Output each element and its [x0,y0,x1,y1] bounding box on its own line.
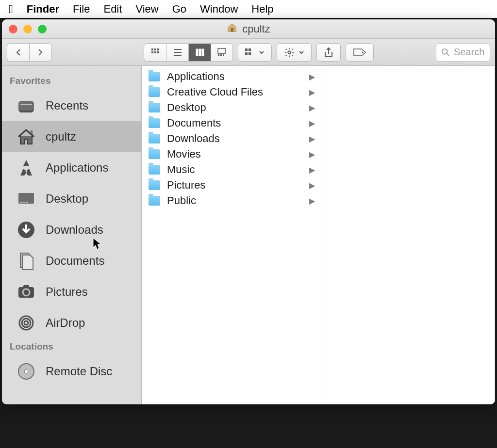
forward-button[interactable] [29,43,51,62]
sidebar-item-airdrop[interactable]: AirDrop [2,307,141,338]
search-field[interactable]: Search [436,43,490,62]
svg-point-35 [24,321,28,325]
sidebar-item-label: Recents [46,99,88,112]
svg-rect-14 [218,54,219,56]
folder-icon [149,103,160,112]
sidebar-item-home[interactable]: cpultz [2,121,141,152]
folder-label: Downloads [167,132,220,145]
folder-row-applications[interactable]: Applications▶ [142,69,322,84]
search-placeholder: Search [454,47,484,58]
svg-line-24 [447,53,449,56]
svg-rect-13 [218,48,226,53]
sidebar-header-locations: Locations [2,338,141,356]
svg-rect-34 [23,285,29,288]
folder-icon [149,149,160,159]
chevron-right-icon: ▶ [309,72,315,81]
home-icon [227,22,237,36]
folder-row-downloads[interactable]: Downloads▶ [142,131,322,146]
menu-view[interactable]: View [135,3,158,16]
share-icon [324,47,333,58]
view-columns-button[interactable] [188,43,211,62]
svg-rect-15 [220,54,222,56]
chevron-down-icon [259,49,265,55]
documents-icon [16,250,37,272]
sidebar-item-label: Remote Disc [46,365,112,378]
share-button[interactable] [316,43,341,62]
svg-rect-25 [20,104,32,105]
chevron-right-icon: ▶ [309,134,315,144]
sidebar-item-recents[interactable]: Recents [2,90,141,121]
column-2[interactable] [322,66,495,404]
menu-go[interactable]: Go [172,3,186,16]
svg-rect-17 [245,48,248,51]
svg-rect-11 [199,49,201,56]
svg-rect-20 [248,52,251,55]
folder-label: Pictures [167,179,205,192]
sidebar-item-remote-disc[interactable]: Remote Disc [2,356,141,387]
sidebar-item-label: AirDrop [46,316,85,330]
folder-row-creative-cloud[interactable]: Creative Cloud Files▶ [142,84,322,100]
menu-file[interactable]: File [73,3,90,16]
folder-label: Desktop [167,101,206,114]
svg-point-22 [362,51,364,53]
chevron-right-icon: ▶ [309,150,315,159]
sidebar-item-applications[interactable]: Applications [2,152,141,183]
view-gallery-button[interactable] [211,43,233,62]
sidebar-item-downloads[interactable]: Downloads [2,214,141,245]
menu-window[interactable]: Window [200,3,238,16]
folder-row-music[interactable]: Music▶ [142,162,322,177]
minimize-button[interactable] [23,25,32,33]
folder-icon [149,165,160,175]
window-controls [9,25,47,33]
chevron-right-icon: ▶ [309,103,315,112]
svg-rect-3 [157,48,159,50]
sidebar-item-pictures[interactable]: Pictures [2,276,141,307]
apple-menu-icon[interactable]:  [9,2,13,16]
svg-rect-19 [245,52,248,55]
svg-rect-29 [23,202,25,203]
menu-help[interactable]: Help [251,3,273,16]
svg-point-39 [24,369,28,373]
folder-row-desktop[interactable]: Desktop▶ [142,100,322,115]
folder-label: Music [167,163,195,176]
window-title-text: cpultz [242,23,270,35]
sidebar-item-desktop[interactable]: Desktop [2,183,141,214]
action-button[interactable] [277,43,312,62]
sidebar-item-label: cpultz [46,130,76,144]
pictures-icon [16,281,37,303]
svg-rect-16 [223,54,224,56]
view-icons-button[interactable] [144,43,166,62]
disc-icon [16,361,37,382]
titlebar[interactable]: cpultz [2,19,495,39]
folder-label: Creative Cloud Files [167,86,263,98]
folder-icon [149,134,160,144]
sidebar-item-label: Downloads [46,223,103,237]
sidebar-item-documents[interactable]: Documents [2,245,141,276]
view-list-button[interactable] [166,43,188,62]
svg-point-23 [442,48,447,54]
folder-icon [149,72,160,81]
chevron-down-icon [298,49,304,55]
close-button[interactable] [9,25,17,33]
folder-label: Applications [167,70,225,83]
sidebar-item-label: Pictures [46,285,88,299]
folder-icon [149,118,160,128]
chevron-right-icon: ▶ [309,88,315,97]
folder-row-movies[interactable]: Movies▶ [142,146,322,162]
svg-rect-26 [31,130,33,134]
back-button[interactable] [7,43,29,62]
folder-row-public[interactable]: Public▶ [142,193,322,208]
chevron-right-icon: ▶ [309,119,315,128]
sidebar-item-label: Applications [46,161,108,175]
folder-row-pictures[interactable]: Pictures▶ [142,177,322,193]
folder-icon [149,180,160,190]
menu-app[interactable]: Finder [27,3,59,16]
tags-button[interactable] [346,43,374,62]
folder-row-documents[interactable]: Documents▶ [142,115,322,131]
menu-edit[interactable]: Edit [103,3,122,16]
group-by-button[interactable] [238,43,272,62]
gear-icon [284,47,295,58]
column-1[interactable]: Applications▶ Creative Cloud Files▶ Desk… [142,66,322,404]
nav-buttons [7,43,51,62]
zoom-button[interactable] [38,25,47,33]
